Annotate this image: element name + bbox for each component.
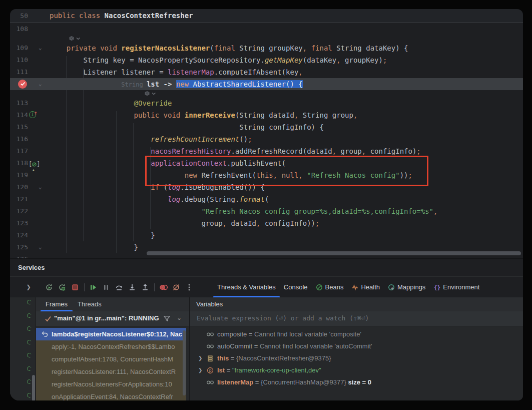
step-out-button[interactable]	[141, 283, 149, 291]
tab-environment[interactable]: {}Environment	[429, 277, 483, 297]
service-node-icon[interactable]	[27, 339, 32, 344]
line-number: 120	[10, 181, 28, 193]
code-editor[interactable]: 50 public class NacosContextRefresher 10…	[10, 9, 523, 258]
variable-row[interactable]: composite = Cannot find local variable '…	[190, 328, 523, 340]
inlay-hint-row[interactable]	[10, 90, 523, 97]
line-number: 125	[10, 241, 28, 253]
breakpoint-icon[interactable]	[18, 80, 27, 89]
debug-toolbar: ❯ Threads & VariablesConsoleBeansHealthM…	[10, 277, 523, 297]
service-node-icon[interactable]	[27, 352, 32, 358]
fold-chevron-icon[interactable]: ⌄	[39, 78, 47, 90]
service-node-icon[interactable]	[27, 312, 32, 318]
services-header: Services	[10, 259, 523, 276]
horizontal-scrollbar[interactable]	[147, 251, 521, 255]
evaluate-expression-input[interactable]: Evaluate expression (⏎) or add a watch (…	[190, 311, 523, 326]
variable-name: this	[217, 354, 229, 362]
variable-row[interactable]: ❯plst = "framework-core-up-client,dev"	[190, 364, 523, 376]
debugger-tabs: Threads & VariablesConsoleBeansHealthMap…	[213, 277, 483, 297]
frame-label: computeIfAbsent:1708, ConcurrentHashM	[52, 355, 173, 363]
expand-chevron-icon[interactable]: ❯	[21, 284, 36, 290]
code-line: 123 group, dataId, configInfo));	[10, 217, 523, 229]
equals-sign: =	[247, 330, 254, 338]
tab-label: Console	[284, 283, 308, 291]
stack-frame-row[interactable]: apply:-1, NacosContextRefresher$$Lambo	[36, 340, 186, 353]
variable-name: listenerMap	[217, 378, 253, 386]
line-number: 119	[10, 169, 28, 181]
view-breakpoints-button[interactable]	[159, 283, 167, 291]
line-number: 123	[10, 217, 28, 229]
frame-label: lambda$registerNacosListener$0:112, Nac	[52, 330, 182, 338]
line-number: 111	[10, 66, 28, 78]
stack-frame-row[interactable]: computeIfAbsent:1708, ConcurrentHashM	[36, 353, 186, 365]
tab-mappings[interactable]: Mappings	[384, 277, 429, 297]
stack-frame-row[interactable]: onApplicationEvent:84, NacosContextRefr	[36, 390, 186, 400]
stack-icon	[206, 354, 214, 362]
globe-icon	[388, 284, 395, 291]
watch-icon	[206, 342, 214, 350]
variable-row[interactable]: listenerMap = {ConcurrentHashMap@9377} s…	[190, 376, 523, 388]
thread-label: "main"@1 in gr...main": RUNNING	[54, 314, 159, 322]
tab-label: Threads & Variables	[217, 283, 276, 291]
service-node-icon[interactable]	[27, 326, 32, 331]
line-number: 113	[10, 97, 28, 109]
expand-chevron-icon[interactable]: ❯	[198, 352, 202, 364]
code-line: 111 Listener listener = listenerMap.comp…	[10, 66, 523, 78]
tab-label: Health	[361, 283, 380, 291]
lambda-inlay-icon[interactable]	[69, 36, 86, 42]
service-node-icon[interactable]	[27, 365, 32, 371]
mute-breakpoints-button[interactable]	[172, 283, 180, 291]
variable-value: {NacosContextRefresher@9375}	[236, 354, 331, 362]
service-node-icon[interactable]	[27, 379, 32, 384]
step-over-button[interactable]	[115, 283, 123, 291]
thread-selector[interactable]: "main"@1 in gr...main": RUNNING ⌄	[36, 311, 189, 326]
lambda-inlay-icon[interactable]	[144, 91, 161, 97]
inlay-hint-row[interactable]	[10, 35, 523, 42]
filter-icon[interactable]	[164, 315, 170, 322]
watch-icon	[206, 330, 214, 338]
pulse-icon	[351, 284, 358, 291]
tab-frames[interactable]: Frames	[46, 297, 68, 311]
pause-button[interactable]	[102, 283, 110, 291]
tab-console[interactable]: Console	[280, 277, 312, 297]
equals-sign: =	[252, 342, 260, 350]
chevron-down-icon[interactable]: ⌄	[177, 314, 182, 321]
service-node-icon[interactable]	[27, 299, 32, 305]
rerun-debug-button[interactable]	[58, 283, 66, 291]
strip-scrollbar[interactable]	[32, 375, 35, 400]
rerun-button[interactable]	[45, 283, 53, 291]
stack-frame-row[interactable]: registerNacosListenersForApplications:10	[36, 378, 186, 390]
tab-threads[interactable]: Threads	[78, 297, 102, 311]
tab-label: Mappings	[397, 283, 425, 291]
toolbar-separator	[84, 283, 85, 291]
variable-name: composite	[217, 330, 247, 338]
stack-frame-row[interactable]: lambda$registerNacosListener$0:112, Nac	[36, 328, 186, 340]
variable-name: lst	[217, 366, 225, 374]
tab-beans[interactable]: Beans	[312, 277, 348, 297]
line-number: 118	[10, 157, 28, 169]
stop-button[interactable]	[71, 283, 79, 291]
check-icon	[45, 315, 52, 322]
frames-scrollbar[interactable]	[183, 330, 186, 395]
frames-variables-header: Frames Threads Variables	[36, 297, 523, 311]
step-into-button[interactable]	[128, 283, 136, 291]
current-frame-icon	[41, 330, 49, 338]
variable-row[interactable]: autoCommit = Cannot find local variable …	[190, 340, 523, 352]
more-button[interactable]	[185, 283, 193, 291]
frame-label: apply:-1, NacosContextRefresher$$Lambo	[52, 343, 175, 350]
fold-chevron-icon[interactable]: ⌄	[39, 42, 47, 54]
tab-threads-variables[interactable]: Threads & Variables	[213, 277, 280, 297]
expand-chevron-icon[interactable]: ❯	[198, 364, 202, 376]
fold-chevron-icon[interactable]: ⌄	[39, 241, 47, 253]
line-number: 50	[10, 9, 28, 23]
fold-chevron-icon[interactable]: ⌄	[39, 181, 47, 193]
tab-health[interactable]: Health	[347, 277, 384, 297]
variable-row[interactable]: ❯this = {NacosContextRefresher@9375}	[190, 352, 523, 364]
stack-frame-row[interactable]: registerNacosListener:111, NacosContextR	[36, 365, 186, 378]
line-number: 117	[10, 145, 28, 157]
variable-size: size = 0	[346, 378, 371, 386]
service-node-icon[interactable]	[27, 392, 32, 397]
param-icon: p	[206, 366, 214, 374]
sticky-header-line: 50 public class NacosContextRefresher	[10, 9, 523, 23]
resume-button[interactable]	[89, 283, 97, 291]
code-line: 109⌄ private void registerNacosListener(…	[10, 42, 523, 54]
